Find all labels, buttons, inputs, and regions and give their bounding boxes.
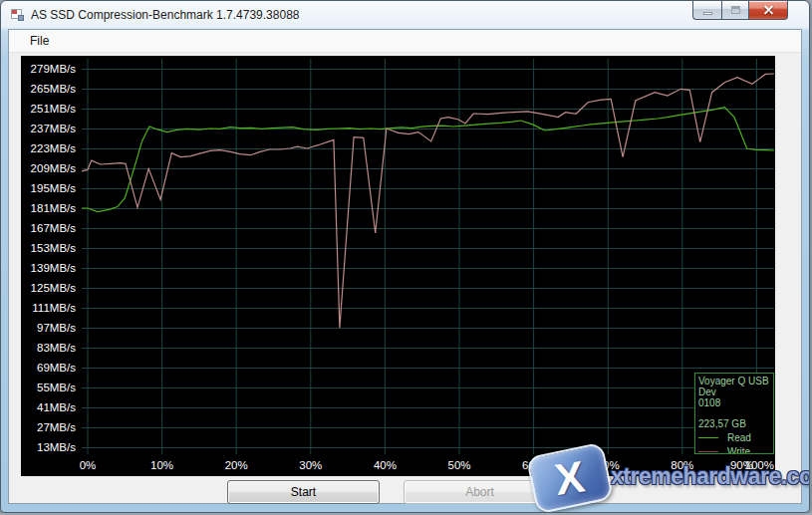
y-tick-label: 111MB/s — [21, 300, 76, 316]
x-tick-label: 60% — [509, 457, 559, 473]
window-title: AS SSD Compression-Benchmark 1.7.4739.38… — [31, 8, 299, 22]
app-icon — [10, 7, 26, 23]
window-controls — [692, 1, 788, 20]
y-tick-label: 209MB/s — [21, 160, 76, 176]
y-tick-label: 41MB/s — [21, 399, 76, 415]
legend-read-row: Read — [698, 432, 773, 443]
read-line-swatch — [698, 437, 718, 438]
menu-bar: File — [9, 30, 801, 53]
y-tick-label: 69MB/s — [21, 360, 76, 376]
minimize-icon — [703, 12, 712, 15]
x-tick-label: 100% — [726, 457, 774, 473]
x-tick-label: 40% — [360, 457, 409, 473]
write-line-swatch — [698, 451, 718, 452]
y-tick-label: 279MB/s — [21, 61, 76, 77]
benchmark-chart: 279MB/s265MB/s251MB/s237MB/s223MB/s209MB… — [21, 56, 775, 476]
y-tick-label: 139MB/s — [21, 260, 76, 276]
x-tick-label: 50% — [434, 457, 484, 473]
y-tick-label: 167MB/s — [21, 220, 76, 236]
y-tick-label: 125MB/s — [21, 280, 76, 296]
close-icon — [762, 5, 775, 16]
read-line — [82, 108, 774, 212]
start-button[interactable]: Start — [227, 480, 380, 504]
client-area: File 279MB/s265MB/s251MB/s237MB/s223MB/s… — [8, 29, 802, 504]
legend-device-name-line2: 0108 — [698, 397, 773, 408]
menu-file[interactable]: File — [23, 30, 56, 53]
legend-read-label: Read — [727, 432, 751, 443]
y-tick-label: 195MB/s — [21, 180, 76, 196]
x-tick-label: 80% — [658, 457, 707, 473]
app-window: AS SSD Compression-Benchmark 1.7.4739.38… — [0, 0, 810, 513]
legend-write-row: Write — [698, 446, 773, 454]
app-icon-blue-square — [18, 15, 24, 21]
y-tick-label: 55MB/s — [21, 380, 76, 395]
y-tick-label: 153MB/s — [21, 240, 76, 256]
legend-capacity: 223,57 GB — [698, 418, 773, 429]
x-tick-label: 70% — [583, 457, 633, 473]
y-tick-label: 181MB/s — [21, 200, 76, 216]
y-tick-label: 97MB/s — [21, 320, 76, 336]
y-axis: 279MB/s265MB/s251MB/s237MB/s223MB/s209MB… — [21, 59, 78, 454]
y-tick-label: 83MB/s — [21, 340, 76, 356]
plot-area: Voyager Q USB Dev 0108 223,57 GB Read Wr… — [82, 59, 774, 454]
y-tick-label: 223MB/s — [21, 140, 76, 156]
maximize-icon — [731, 6, 740, 14]
y-tick-label: 251MB/s — [21, 101, 76, 117]
x-axis: 0%10%20%30%40%50%60%70%80%90%100% — [82, 454, 774, 476]
app-icon-red-square — [12, 10, 17, 14]
x-tick-label: 20% — [211, 457, 261, 473]
write-line — [82, 74, 774, 328]
chart-legend: Voyager Q USB Dev 0108 223,57 GB Read Wr… — [694, 373, 774, 454]
x-tick-label: 30% — [286, 457, 336, 473]
x-tick-label: 10% — [137, 457, 187, 473]
close-button[interactable] — [748, 1, 788, 20]
y-tick-label: 265MB/s — [21, 81, 76, 97]
grid-lines — [82, 59, 774, 454]
maximize-button[interactable] — [721, 1, 748, 20]
legend-write-label: Write — [727, 446, 750, 454]
x-tick-label: 0% — [63, 457, 113, 473]
y-tick-label: 27MB/s — [21, 419, 76, 435]
y-tick-label: 13MB/s — [21, 439, 76, 455]
minimize-button[interactable] — [692, 1, 721, 20]
legend-device-name-line1: Voyager Q USB Dev — [698, 376, 773, 397]
abort-button[interactable]: Abort — [404, 480, 556, 504]
title-bar[interactable]: AS SSD Compression-Benchmark 1.7.4739.38… — [1, 1, 809, 29]
y-tick-label: 237MB/s — [21, 121, 76, 136]
plot-svg — [82, 59, 774, 454]
